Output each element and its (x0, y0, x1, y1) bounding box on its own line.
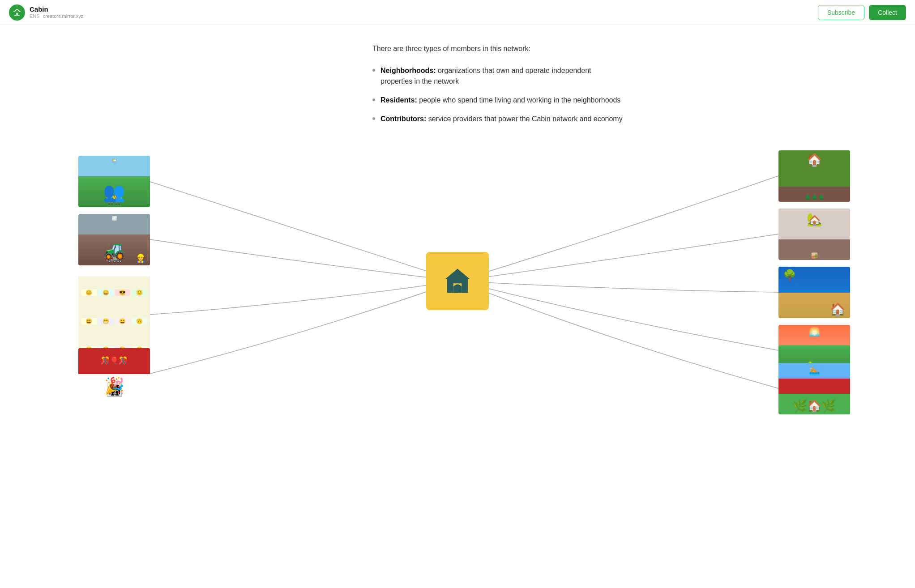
photo-scene-right-2: 🏡 🏜️ (778, 209, 850, 260)
residents-term: Residents: (381, 96, 417, 104)
photo-scene-right-1: 🏠 🌲🌲🌲 (778, 150, 850, 202)
text-section: There are three types of members in this… (283, 43, 632, 124)
header: Cabin ENS creators.mirror.xyz Subscribe … (0, 0, 915, 25)
photo-right-1: 🏠 🌲🌲🌲 (778, 150, 850, 202)
photo-scene-1: ⛅ 🧑‍🤝‍🧑 (78, 156, 150, 207)
collect-button[interactable]: Collect (869, 5, 906, 20)
logo-text-group: Cabin ENS creators.mirror.xyz (30, 5, 83, 19)
app-subtitle: ENS creators.mirror.xyz (30, 13, 83, 19)
contributors-text: Contributors: service providers that pow… (381, 114, 623, 124)
cabin-logo-icon (9, 4, 25, 21)
list-item-contributors: Contributors: service providers that pow… (372, 114, 623, 124)
photo-left-4: 🎊🎈🎊 👨‍👩‍👧‍👦 (78, 348, 150, 400)
contributors-desc: service providers that power the Cabin n… (428, 115, 623, 123)
photo-scene-4: 🎊🎈🎊 👨‍👩‍👧‍👦 (78, 348, 150, 400)
center-cabin-icon (442, 265, 473, 297)
photo-left-2: 🌫️ 🚛 👷 (78, 214, 150, 265)
app-name: Cabin (30, 5, 83, 13)
logo-group: Cabin ENS creators.mirror.xyz (9, 4, 83, 21)
photo-scene-2: 🌫️ 🚛 👷 (78, 214, 150, 265)
bullet-dot (372, 69, 375, 72)
main-content: There are three types of members in this… (0, 25, 915, 447)
residents-desc: people who spend time living and working… (419, 96, 620, 104)
photo-right-2: 🏡 🏜️ (778, 209, 850, 260)
photo-scene-right-3: 🌳 🏠 (778, 267, 850, 318)
subscribe-button[interactable]: Subscribe (818, 5, 864, 20)
contributors-term: Contributors: (381, 115, 426, 123)
center-logo-box (426, 252, 489, 310)
photo-right-3: 🌳 🏠 (778, 267, 850, 318)
svg-marker-0 (445, 268, 470, 279)
photo-right-5: 🏊 🌿🏠🌿 (778, 363, 850, 414)
residents-text: Residents: people who spend time living … (381, 95, 620, 106)
ens-label: ENS (30, 13, 40, 19)
bullet-dot (372, 98, 375, 101)
subdomain: creators.mirror.xyz (43, 13, 83, 19)
header-actions: Subscribe Collect (818, 5, 906, 20)
list-item-neighborhoods: Neighborhoods: organizations that own an… (372, 65, 623, 87)
photo-left-1: ⛅ 🧑‍🤝‍🧑 (78, 156, 150, 207)
cabin-logo-svg (13, 8, 21, 17)
member-types-list: Neighborhoods: organizations that own an… (372, 65, 623, 124)
network-diagram: ⛅ 🧑‍🤝‍🧑 🌫️ 🚛 👷 😊 😄 😎 🙂 😃 😁 😀 🙃 (0, 142, 915, 420)
intro-paragraph: There are three types of members in this… (372, 43, 623, 55)
neighborhoods-term: Neighborhoods: (381, 67, 436, 74)
list-item-residents: Residents: people who spend time living … (372, 95, 623, 106)
neighborhoods-text: Neighborhoods: organizations that own an… (381, 65, 623, 87)
photo-scene-right-5: 🏊 🌿🏠🌿 (778, 363, 850, 414)
bullet-dot (372, 117, 375, 120)
